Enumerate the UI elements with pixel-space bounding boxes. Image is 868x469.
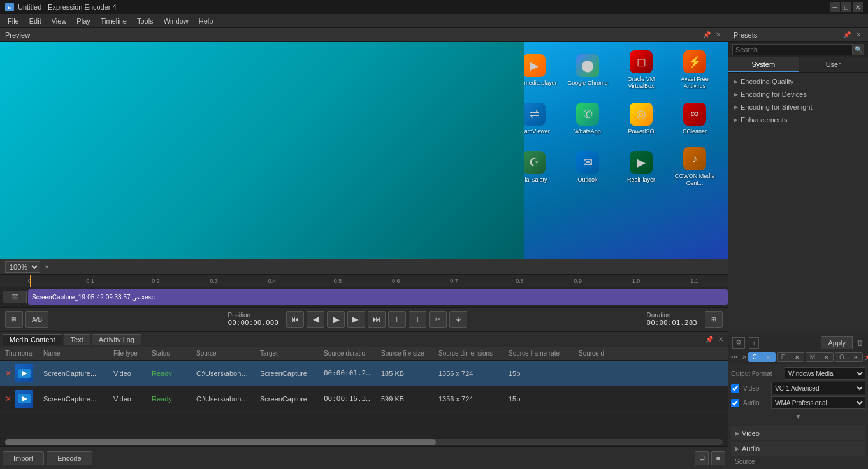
preset-item-encoding-quality[interactable]: ▶ Encoding Quality	[728, 75, 868, 88]
fmt-tab-c-close[interactable]: ✕	[766, 354, 771, 361]
step-back-button[interactable]: ◀	[307, 311, 324, 328]
format-tab-m[interactable]: M... ✕	[806, 352, 834, 362]
list-view-button[interactable]: ≡	[711, 451, 725, 465]
controls-right: Duration 00:00:01.283 ⊞	[647, 311, 723, 328]
preset-item-enhancements[interactable]: ▶ Enhancements	[728, 113, 868, 126]
toggle-panel-button[interactable]: ⊞	[5, 311, 23, 328]
search-input[interactable]	[732, 44, 853, 55]
zoom-select[interactable]: 50% 100% 150%	[5, 261, 40, 273]
close-button[interactable]: ✕	[853, 2, 863, 12]
format-tab-close-all[interactable]: ✕	[742, 353, 747, 362]
preset-item-encoding-silverlight[interactable]: ▶ Encoding for Silverlight	[728, 101, 868, 113]
audio-section-header[interactable]: ▶ Audio	[731, 442, 865, 456]
preview-close-button[interactable]: ✕	[714, 31, 723, 40]
add-preset-button[interactable]: +	[749, 337, 759, 349]
preview-area: ▶ VLC media player ⬤ Google Chrome ◻ Ora…	[0, 42, 728, 259]
menu-window[interactable]: Window	[159, 16, 194, 26]
audio-codec-row: Audio WMA Professional	[731, 396, 865, 409]
mark-button[interactable]: ◈	[449, 311, 467, 328]
desktop-icon-oracle[interactable]: ◻ Oracle VM VirtualBox	[618, 47, 664, 93]
ruler-tick-10: 1.0	[632, 278, 640, 284]
desktop-icon-vlc[interactable]: ▶ VLC media player	[524, 47, 557, 93]
horizontal-scrollbar[interactable]	[5, 439, 723, 445]
gear-button[interactable]: ⚙	[732, 337, 745, 349]
presets-pin-button[interactable]: 📌	[843, 31, 851, 40]
in-point-button[interactable]: [	[388, 311, 406, 328]
format-tab-c[interactable]: C... ✕	[748, 352, 776, 362]
skip-to-end-button[interactable]: ⏭	[368, 311, 386, 328]
panel-pin-right[interactable]: 📌	[864, 353, 868, 362]
tab-activity-log[interactable]: Activity Log	[92, 334, 141, 345]
menu-play[interactable]: Play	[71, 16, 95, 26]
desktop-icon-cowon[interactable]: ♪ COWON Media Cent...	[672, 144, 718, 190]
video-checkbox[interactable]	[731, 384, 739, 393]
fmt-tab-m-close[interactable]: ✕	[824, 354, 829, 361]
timeline-track-area[interactable]: 🎬 ScreenCapture_19-05-42 09.33.57 ص.xesc	[0, 287, 728, 307]
fmt-tab-e-close[interactable]: ✕	[795, 354, 800, 361]
menu-tools[interactable]: Tools	[132, 16, 159, 26]
preview-pin-button[interactable]: 📌	[702, 31, 711, 40]
fmt-tab-o-close[interactable]: ✕	[853, 354, 858, 361]
timeline-track[interactable]: ScreenCapture_19-05-42 09.33.57 ص.xesc	[28, 289, 728, 305]
preset-item-encoding-devices[interactable]: ▶ Encoding for Devices	[728, 88, 868, 101]
skip-to-start-button[interactable]: ⏮	[286, 311, 304, 328]
presets-close-button[interactable]: ✕	[854, 31, 863, 40]
maximize-button[interactable]: □	[841, 2, 851, 12]
desktop-icon-teamviewer[interactable]: ⇌ TeamViewer	[524, 96, 557, 141]
menu-file[interactable]: File	[3, 16, 24, 26]
apply-button[interactable]: Apply	[821, 336, 853, 349]
ela-label: Ela-Salaty	[524, 177, 547, 184]
ccleaner-icon: ∞	[683, 103, 706, 126]
out-point-button[interactable]: ]	[409, 311, 426, 328]
tab-system[interactable]: System	[728, 57, 799, 72]
desktop-icon-outlook[interactable]: ✉ Outlook	[565, 144, 611, 190]
encode-button[interactable]: Encode	[47, 451, 92, 465]
expand-format-section[interactable]: ▼	[731, 411, 865, 421]
row1-remove[interactable]: ✕	[5, 369, 12, 378]
tab-text[interactable]: Text	[64, 334, 90, 345]
desktop-icon-realplayer[interactable]: ▶ RealPlayer	[618, 144, 664, 190]
tab-media-content[interactable]: Media Content	[3, 334, 62, 345]
table-row[interactable]: ✕ ScreenCapture... Video Ready C:\Users\…	[0, 386, 728, 412]
format-tabs-dots: •••	[731, 354, 738, 361]
desktop-icon-avast[interactable]: ⚡ Avast Free Antivirus	[672, 47, 718, 93]
scrollbar-thumb[interactable]	[5, 439, 436, 445]
play-button[interactable]: ▶	[327, 311, 345, 328]
format-tab-o[interactable]: O... ✕	[835, 352, 863, 362]
ab-button[interactable]: A/B	[25, 311, 48, 328]
format-tab-e[interactable]: E... ✕	[777, 352, 804, 362]
audio-checkbox[interactable]	[731, 399, 739, 407]
trim-button[interactable]: ✂	[429, 311, 447, 328]
menu-edit[interactable]: Edit	[24, 16, 47, 26]
tab-user[interactable]: User	[799, 57, 869, 72]
video-codec-select[interactable]: VC-1 Advanced	[771, 382, 865, 394]
media-panel-close[interactable]: ✕	[716, 335, 725, 344]
outlook-icon: ✉	[576, 151, 599, 174]
video-section-header[interactable]: ▶ Video	[731, 426, 865, 440]
menu-help[interactable]: Help	[194, 16, 219, 26]
output-format-select[interactable]: Windows Media H.264 VC-1	[785, 367, 865, 380]
menu-view[interactable]: View	[47, 16, 72, 26]
horizontal-scrollbar-container	[0, 438, 728, 446]
video-audio-section: ▶ Video ▶ Audio Source	[728, 424, 868, 469]
minimize-button[interactable]: ─	[830, 2, 840, 12]
grid-view-button[interactable]: ⊞	[695, 451, 709, 465]
desktop-icon-ela[interactable]: ☪ Ela-Salaty	[524, 144, 557, 190]
desktop-icon-poweriso[interactable]: ◎ PowerISO	[618, 96, 664, 141]
desktop-icon-whatsapp[interactable]: ✆ WhatsApp	[565, 96, 611, 141]
delete-preset-button[interactable]: 🗑	[857, 338, 864, 347]
step-forward-button[interactable]: ▶|	[347, 311, 365, 328]
search-button[interactable]: 🔍	[853, 44, 864, 55]
row2-remove[interactable]: ✕	[5, 394, 12, 403]
audio-codec-select[interactable]: WMA Professional	[771, 396, 865, 409]
media-panel-pin[interactable]: 📌	[705, 335, 714, 344]
expand-button[interactable]: ⊞	[705, 311, 723, 328]
col-thumbnail: Thumbnail	[0, 350, 38, 357]
menu-timeline[interactable]: Timeline	[96, 16, 132, 26]
position-label: Position	[228, 312, 251, 319]
duration-group: Duration 00:00:01.283	[647, 312, 697, 327]
import-button[interactable]: Import	[3, 451, 44, 465]
desktop-icon-chrome[interactable]: ⬤ Google Chrome	[565, 47, 611, 93]
desktop-icon-ccleaner[interactable]: ∞ CCleaner	[672, 96, 718, 141]
table-row[interactable]: ✕ ScreenCapture... Video Ready C:\Users\…	[0, 361, 728, 386]
